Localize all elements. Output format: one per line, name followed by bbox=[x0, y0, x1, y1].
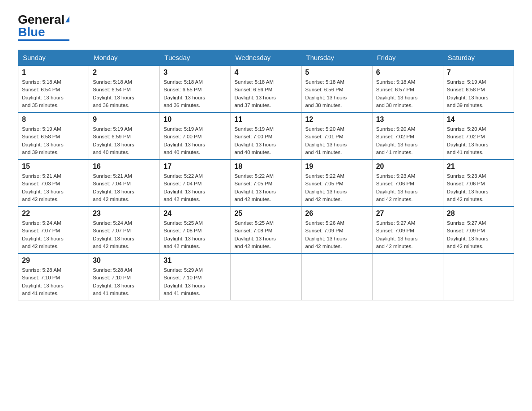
day-number: 9 bbox=[93, 116, 156, 124]
empty-cell bbox=[301, 253, 372, 300]
day-number: 28 bbox=[447, 210, 510, 218]
day-number: 26 bbox=[305, 210, 369, 218]
day-cell-4: 4Sunrise: 5:18 AMSunset: 6:56 PMDaylight… bbox=[231, 65, 301, 112]
day-cell-22: 22Sunrise: 5:24 AMSunset: 7:07 PMDayligh… bbox=[18, 206, 89, 253]
day-info: Sunrise: 5:19 AMSunset: 6:58 PMDaylight:… bbox=[22, 125, 85, 156]
day-info: Sunrise: 5:18 AMSunset: 6:56 PMDaylight:… bbox=[305, 78, 369, 109]
day-number: 17 bbox=[163, 163, 227, 171]
day-info: Sunrise: 5:19 AMSunset: 7:00 PMDaylight:… bbox=[163, 125, 227, 156]
empty-cell bbox=[443, 253, 514, 300]
day-info: Sunrise: 5:22 AMSunset: 7:05 PMDaylight:… bbox=[234, 172, 297, 203]
day-number: 15 bbox=[22, 163, 85, 171]
day-info: Sunrise: 5:20 AMSunset: 7:01 PMDaylight:… bbox=[305, 125, 369, 156]
day-info: Sunrise: 5:18 AMSunset: 6:54 PMDaylight:… bbox=[22, 78, 85, 109]
day-info: Sunrise: 5:26 AMSunset: 7:09 PMDaylight:… bbox=[305, 219, 369, 250]
day-number: 27 bbox=[376, 210, 439, 218]
day-info: Sunrise: 5:19 AMSunset: 6:58 PMDaylight:… bbox=[447, 78, 510, 109]
day-number: 7 bbox=[447, 68, 510, 77]
day-number: 3 bbox=[163, 68, 227, 77]
day-cell-24: 24Sunrise: 5:25 AMSunset: 7:08 PMDayligh… bbox=[160, 206, 231, 253]
day-cell-29: 29Sunrise: 5:28 AMSunset: 7:10 PMDayligh… bbox=[18, 253, 89, 300]
day-number: 8 bbox=[22, 116, 85, 124]
day-cell-19: 19Sunrise: 5:22 AMSunset: 7:05 PMDayligh… bbox=[301, 159, 372, 206]
week-row-2: 8Sunrise: 5:19 AMSunset: 6:58 PMDaylight… bbox=[18, 112, 514, 159]
day-number: 2 bbox=[93, 68, 156, 77]
day-number: 19 bbox=[305, 163, 369, 171]
logo-underline bbox=[18, 39, 69, 41]
week-row-3: 15Sunrise: 5:21 AMSunset: 7:03 PMDayligh… bbox=[18, 159, 514, 206]
day-info: Sunrise: 5:18 AMSunset: 6:55 PMDaylight:… bbox=[163, 78, 227, 109]
column-header-saturday: Saturday bbox=[443, 50, 514, 66]
day-number: 21 bbox=[447, 163, 510, 171]
logo-general: General bbox=[18, 13, 64, 26]
day-cell-30: 30Sunrise: 5:28 AMSunset: 7:10 PMDayligh… bbox=[89, 253, 160, 300]
logo-blue: Blue bbox=[18, 25, 45, 39]
day-number: 18 bbox=[234, 163, 297, 171]
day-cell-3: 3Sunrise: 5:18 AMSunset: 6:55 PMDaylight… bbox=[160, 65, 231, 112]
day-cell-9: 9Sunrise: 5:19 AMSunset: 6:59 PMDaylight… bbox=[89, 112, 160, 159]
day-cell-11: 11Sunrise: 5:19 AMSunset: 7:00 PMDayligh… bbox=[231, 112, 301, 159]
day-cell-17: 17Sunrise: 5:22 AMSunset: 7:04 PMDayligh… bbox=[160, 159, 231, 206]
day-number: 10 bbox=[163, 116, 227, 124]
day-cell-2: 2Sunrise: 5:18 AMSunset: 6:54 PMDaylight… bbox=[89, 65, 160, 112]
column-header-friday: Friday bbox=[372, 50, 443, 66]
day-info: Sunrise: 5:22 AMSunset: 7:04 PMDaylight:… bbox=[163, 172, 227, 203]
empty-cell bbox=[372, 253, 443, 300]
day-number: 11 bbox=[234, 116, 297, 124]
day-info: Sunrise: 5:28 AMSunset: 7:10 PMDaylight:… bbox=[93, 266, 156, 297]
day-info: Sunrise: 5:20 AMSunset: 7:02 PMDaylight:… bbox=[447, 125, 510, 156]
day-cell-26: 26Sunrise: 5:26 AMSunset: 7:09 PMDayligh… bbox=[301, 206, 372, 253]
day-number: 22 bbox=[22, 210, 85, 218]
week-row-1: 1Sunrise: 5:18 AMSunset: 6:54 PMDaylight… bbox=[18, 65, 514, 112]
day-info: Sunrise: 5:25 AMSunset: 7:08 PMDaylight:… bbox=[234, 219, 297, 250]
day-number: 4 bbox=[234, 68, 297, 77]
day-info: Sunrise: 5:18 AMSunset: 6:54 PMDaylight:… bbox=[93, 78, 156, 109]
week-row-4: 22Sunrise: 5:24 AMSunset: 7:07 PMDayligh… bbox=[18, 206, 514, 253]
day-cell-8: 8Sunrise: 5:19 AMSunset: 6:58 PMDaylight… bbox=[18, 112, 89, 159]
day-info: Sunrise: 5:24 AMSunset: 7:07 PMDaylight:… bbox=[93, 219, 156, 250]
day-cell-7: 7Sunrise: 5:19 AMSunset: 6:58 PMDaylight… bbox=[443, 65, 514, 112]
day-number: 12 bbox=[305, 116, 369, 124]
day-info: Sunrise: 5:18 AMSunset: 6:57 PMDaylight:… bbox=[376, 78, 439, 109]
day-number: 25 bbox=[234, 210, 297, 218]
column-header-monday: Monday bbox=[89, 50, 160, 66]
day-info: Sunrise: 5:20 AMSunset: 7:02 PMDaylight:… bbox=[376, 125, 439, 156]
day-info: Sunrise: 5:27 AMSunset: 7:09 PMDaylight:… bbox=[376, 219, 439, 250]
day-cell-27: 27Sunrise: 5:27 AMSunset: 7:09 PMDayligh… bbox=[372, 206, 443, 253]
day-number: 5 bbox=[305, 68, 369, 77]
column-header-thursday: Thursday bbox=[301, 50, 372, 66]
week-row-5: 29Sunrise: 5:28 AMSunset: 7:10 PMDayligh… bbox=[18, 253, 514, 300]
day-info: Sunrise: 5:22 AMSunset: 7:05 PMDaylight:… bbox=[305, 172, 369, 203]
column-header-wednesday: Wednesday bbox=[231, 50, 301, 66]
logo: General Blue bbox=[18, 13, 69, 41]
day-info: Sunrise: 5:23 AMSunset: 7:06 PMDaylight:… bbox=[376, 172, 439, 203]
day-cell-12: 12Sunrise: 5:20 AMSunset: 7:01 PMDayligh… bbox=[301, 112, 372, 159]
empty-cell bbox=[231, 253, 301, 300]
day-info: Sunrise: 5:27 AMSunset: 7:09 PMDaylight:… bbox=[447, 219, 510, 250]
column-header-sunday: Sunday bbox=[18, 50, 89, 66]
day-number: 31 bbox=[163, 257, 227, 265]
day-cell-31: 31Sunrise: 5:29 AMSunset: 7:10 PMDayligh… bbox=[160, 253, 231, 300]
page-header: General Blue bbox=[18, 13, 514, 41]
column-header-tuesday: Tuesday bbox=[160, 50, 231, 66]
logo-triangle-icon bbox=[65, 16, 69, 22]
day-cell-23: 23Sunrise: 5:24 AMSunset: 7:07 PMDayligh… bbox=[89, 206, 160, 253]
day-info: Sunrise: 5:25 AMSunset: 7:08 PMDaylight:… bbox=[163, 219, 227, 250]
day-cell-28: 28Sunrise: 5:27 AMSunset: 7:09 PMDayligh… bbox=[443, 206, 514, 253]
day-cell-16: 16Sunrise: 5:21 AMSunset: 7:04 PMDayligh… bbox=[89, 159, 160, 206]
day-info: Sunrise: 5:29 AMSunset: 7:10 PMDaylight:… bbox=[163, 266, 227, 297]
day-number: 29 bbox=[22, 257, 85, 265]
day-cell-18: 18Sunrise: 5:22 AMSunset: 7:05 PMDayligh… bbox=[231, 159, 301, 206]
day-cell-15: 15Sunrise: 5:21 AMSunset: 7:03 PMDayligh… bbox=[18, 159, 89, 206]
day-info: Sunrise: 5:19 AMSunset: 7:00 PMDaylight:… bbox=[234, 125, 297, 156]
day-info: Sunrise: 5:21 AMSunset: 7:04 PMDaylight:… bbox=[93, 172, 156, 203]
day-cell-25: 25Sunrise: 5:25 AMSunset: 7:08 PMDayligh… bbox=[231, 206, 301, 253]
day-info: Sunrise: 5:19 AMSunset: 6:59 PMDaylight:… bbox=[93, 125, 156, 156]
day-cell-14: 14Sunrise: 5:20 AMSunset: 7:02 PMDayligh… bbox=[443, 112, 514, 159]
day-cell-21: 21Sunrise: 5:23 AMSunset: 7:06 PMDayligh… bbox=[443, 159, 514, 206]
day-cell-5: 5Sunrise: 5:18 AMSunset: 6:56 PMDaylight… bbox=[301, 65, 372, 112]
day-number: 23 bbox=[93, 210, 156, 218]
day-number: 13 bbox=[376, 116, 439, 124]
day-info: Sunrise: 5:24 AMSunset: 7:07 PMDaylight:… bbox=[22, 219, 85, 250]
day-cell-10: 10Sunrise: 5:19 AMSunset: 7:00 PMDayligh… bbox=[160, 112, 231, 159]
